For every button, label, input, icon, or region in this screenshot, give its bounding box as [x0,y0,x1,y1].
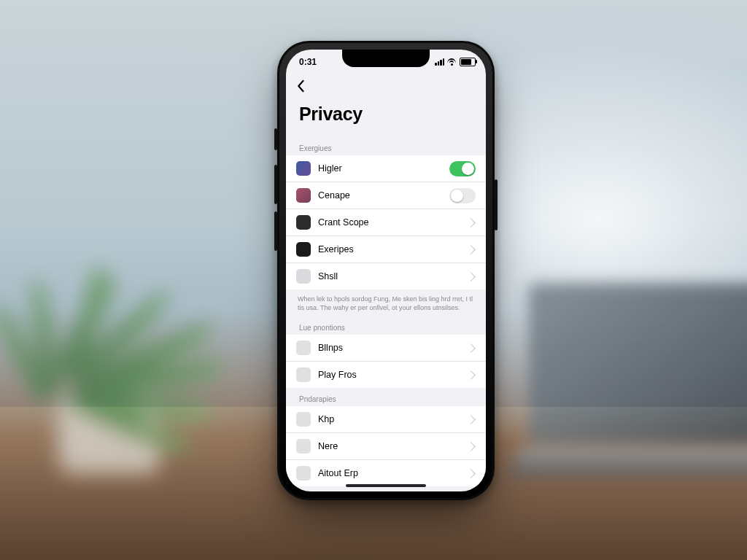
chevron-right-icon [466,442,476,451]
toggle-on[interactable] [449,161,476,176]
row-label: Shsll [318,271,468,281]
app-icon [296,215,311,230]
chevron-right-icon [466,343,476,353]
app-icon [296,161,311,176]
row-label: Cenape [318,190,449,201]
back-button[interactable] [292,77,309,95]
row-label: Crant Scope [318,217,468,228]
notch [342,50,430,67]
cellular-icon [435,58,444,66]
row-label: Higler [318,163,449,174]
chevron-right-icon [466,245,476,254]
volume-up-button [274,165,277,204]
chevron-left-icon [295,79,306,93]
row-label: Khp [318,414,468,424]
app-icon [296,269,311,284]
row-crant-scope[interactable]: Crant Scope [286,209,486,236]
row-cenape[interactable]: Cenape [286,182,486,209]
section-header: Exergiues [286,137,486,155]
row-label: Bllnps [318,343,468,353]
app-icon [296,412,311,427]
status-time: 0:31 [299,57,317,67]
section-group-1: Bllnps Play Fros [286,335,486,388]
app-icon [296,242,311,257]
section-header: Lue pnontions [286,316,486,335]
row-aitout-erp[interactable]: Aitout Erp [286,460,486,486]
row-label: Play Fros [318,370,468,380]
row-bllnps[interactable]: Bllnps [286,335,486,362]
chevron-right-icon [466,415,476,424]
row-higler[interactable]: Higler [286,155,486,182]
photo-scene: 0:31 Privacy Exergiues Higler [0,0,747,560]
power-button [495,179,498,230]
section-group-2: Khp Nere Aitout Erp [286,406,486,486]
page-title: Privacy [286,99,486,135]
nav-bar [286,74,486,99]
chevron-right-icon [466,370,476,380]
row-label: Nere [318,441,468,451]
volume-down-button [274,211,277,251]
phone-frame: 0:31 Privacy Exergiues Higler [277,41,495,500]
chevron-right-icon [466,218,476,228]
app-icon [296,368,311,382]
phone-screen: 0:31 Privacy Exergiues Higler [286,50,486,491]
toggle-off[interactable] [449,188,476,203]
battery-icon [460,58,476,66]
app-icon [296,341,311,355]
row-exeripes[interactable]: Exeripes [286,236,486,263]
app-icon [296,466,311,481]
section-header: Pndarapies [286,388,486,406]
wifi-icon [447,58,457,66]
row-play-fros[interactable]: Play Fros [286,362,486,388]
row-nere[interactable]: Nere [286,433,486,460]
settings-list[interactable]: Exergiues Higler Cenape Crant Scope [286,137,486,491]
row-label: Aitout Erp [318,468,468,478]
section-footer: When lek to hpols sordog Fung, Me sken b… [286,289,486,316]
chevron-right-icon [466,469,476,478]
app-icon [296,188,311,203]
row-khp[interactable]: Khp [286,406,486,433]
app-icon [296,439,311,454]
row-label: Exeripes [318,244,468,254]
home-indicator[interactable] [346,484,426,487]
section-group-0: Higler Cenape Crant Scope [286,155,486,289]
row-shsll[interactable]: Shsll [286,263,486,289]
mute-switch [274,128,277,150]
chevron-right-icon [466,272,476,281]
